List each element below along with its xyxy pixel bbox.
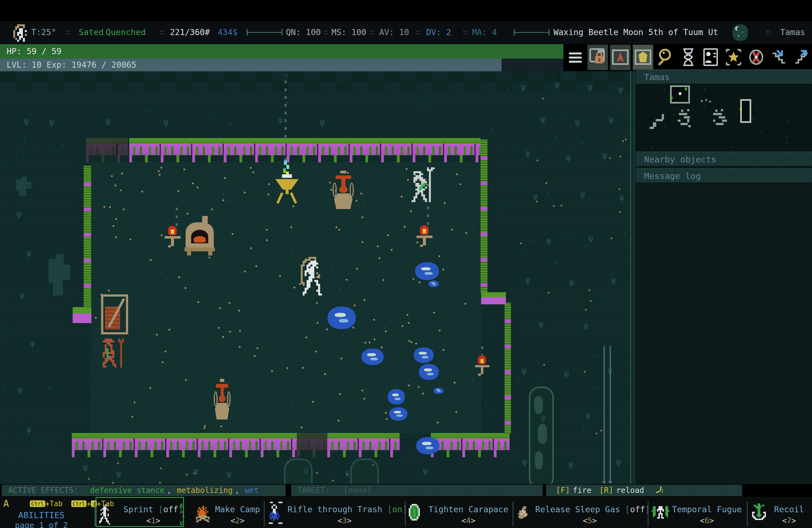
grass-tuft: ψ <box>619 193 624 202</box>
floor-speck <box>400 217 401 219</box>
floor-speck <box>381 347 382 348</box>
grass-tuft: ψ <box>521 367 526 375</box>
ability-slot-tighten-carapace[interactable]: Tighten Carapace<4> <box>405 497 512 528</box>
vase <box>213 379 231 420</box>
puddle-highlight <box>395 398 401 400</box>
slider-widget[interactable] <box>247 31 282 34</box>
wall-band <box>84 259 91 262</box>
floor-speck <box>609 157 611 159</box>
stat-ma: MA: 4 <box>472 21 497 44</box>
floor-speck <box>355 214 356 216</box>
grass-tuft: ψ <box>588 234 593 243</box>
stairs-up-icon[interactable] <box>791 45 812 70</box>
player-character <box>299 257 301 259</box>
floor-speck <box>131 416 133 417</box>
floor-speck <box>267 194 269 195</box>
floor-speck <box>456 173 458 175</box>
slider-line <box>248 32 281 33</box>
ability-slot-release-sleep-gas[interactable]: Release Sleep Gas [off]<5> <box>512 497 648 528</box>
puddle-highlight <box>392 394 399 396</box>
ability-slot-make-camp[interactable]: Make Camp<2> <box>192 497 264 528</box>
menu-icon[interactable] <box>569 50 583 64</box>
ability-slot-rifle-through-trash[interactable]: Rifle through Trash [on]<3> <box>265 497 405 528</box>
floor-speck <box>377 211 378 212</box>
minimap-structure <box>740 99 751 123</box>
floor-speck <box>164 351 166 352</box>
target-label: TARGET: <box>297 485 330 496</box>
stairs-down-icon[interactable] <box>769 45 789 70</box>
sidebar-title-band[interactable]: Tamas <box>636 69 812 84</box>
ctrl-keycap: Ctrl <box>30 500 45 507</box>
ability-slot-recoil[interactable]: Recoil<7> <box>747 497 812 528</box>
moon-speck <box>742 31 743 33</box>
abilities-title: ABILITIES <box>0 510 83 520</box>
wall-cap <box>481 292 506 304</box>
tent-wall <box>431 433 510 457</box>
floor-speck <box>365 342 366 343</box>
minimap-terrain-dot <box>664 88 665 89</box>
floor-speck <box>416 343 417 344</box>
magnifier-icon[interactable] <box>655 45 676 70</box>
floor-speck <box>53 448 54 449</box>
grass-tuft: ψ <box>575 118 580 127</box>
minimap[interactable] <box>636 84 812 151</box>
npc-farmer <box>103 339 105 340</box>
sidebar-section-nearby-objects[interactable]: Nearby objects <box>636 151 812 166</box>
floor-speck <box>185 287 186 289</box>
arch <box>284 458 313 484</box>
ability-slot-temporal-fugue[interactable]: Temporal Fugue<6> <box>648 497 747 528</box>
floor-speck <box>48 387 49 388</box>
pipe <box>610 346 611 484</box>
nav-arrow-icon[interactable] <box>610 45 630 70</box>
sidebar-section-message-log[interactable]: Message log <box>636 168 812 183</box>
floor-speck <box>316 472 318 474</box>
wall-band <box>505 319 511 323</box>
water-puddle <box>419 364 439 380</box>
floor-speck <box>184 169 185 171</box>
separator-icon: ∷ <box>370 21 375 44</box>
floor-speck <box>619 188 620 190</box>
floor-speck <box>581 142 583 144</box>
minimap-terrain-dot <box>781 131 782 133</box>
xp-text: LVL: 10 Exp: 19476 / 20065 <box>6 59 136 71</box>
ceiling-tiles <box>0 81 630 91</box>
floor-speck <box>89 357 90 359</box>
tent-wall <box>327 433 400 457</box>
vase-knob <box>340 171 346 173</box>
ability-slot-sprint[interactable]: Sprint [off]<1> <box>95 497 192 528</box>
floor-speck <box>92 408 93 409</box>
floor-speck <box>585 309 586 311</box>
floor-speck <box>562 113 563 114</box>
window-lock-icon[interactable] <box>588 45 608 70</box>
floor-speck <box>553 205 555 207</box>
ability-hotkey: <1> <box>118 516 189 525</box>
map-viewport[interactable]: ψψψψψψψψψψψψψψψψψψψψψψψψψψψψψψψψψψψψψψψψ… <box>0 71 634 484</box>
active-effect: metabolizing <box>177 485 233 496</box>
tent-wall <box>297 433 327 457</box>
minimap-block <box>713 120 715 122</box>
grass-tuft: ψ <box>24 117 29 126</box>
floor-speck <box>162 362 163 363</box>
hp-bar: HP: 59 / 59 <box>0 44 563 59</box>
grass-tuft: ψ <box>83 464 88 472</box>
compass-icon[interactable] <box>746 45 766 70</box>
moon-speck <box>738 35 739 36</box>
oven-base <box>185 247 215 252</box>
active-effects-label: ACTIVE EFFECTS: <box>8 485 78 496</box>
floor-speck <box>213 115 214 117</box>
minimap-terrain-dot <box>787 142 788 143</box>
star-target-icon[interactable] <box>723 45 744 70</box>
floor-speck <box>300 184 301 186</box>
toolbar <box>563 44 812 71</box>
floor-speck <box>226 256 227 258</box>
npc-pike-wielder <box>411 167 414 169</box>
floor-speck <box>537 160 538 161</box>
gem-icon[interactable] <box>633 45 653 70</box>
grass-tuft: ψ <box>616 458 621 466</box>
pipe-foot <box>603 481 606 482</box>
minimap-terrain-dot <box>788 120 788 122</box>
vase-rim <box>336 175 351 179</box>
character-card-icon[interactable] <box>701 45 721 70</box>
hourglass-icon[interactable] <box>678 45 698 70</box>
slider-widget[interactable] <box>514 31 550 34</box>
